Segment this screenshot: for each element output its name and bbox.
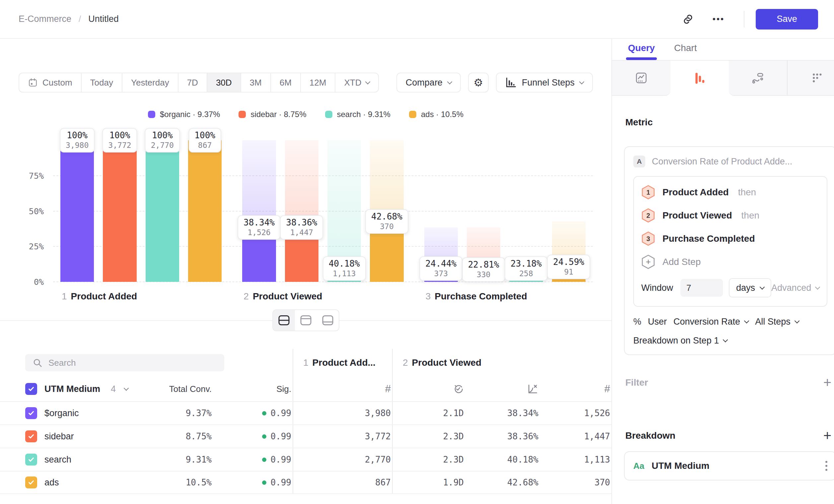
funnel-bar-search-step1[interactable]: 100%2,770 [146, 140, 179, 282]
range-3m[interactable]: 3M [241, 73, 271, 92]
window-unit-select[interactable]: days [729, 278, 771, 297]
range-yesterday[interactable]: Yesterday [123, 73, 178, 92]
range-6m[interactable]: 6M [271, 73, 301, 92]
table-step2-header[interactable]: 2 Product Viewed [392, 349, 611, 377]
string-property-icon: Aa [633, 461, 644, 471]
breadcrumb-space[interactable]: E-Commerce [19, 14, 71, 24]
metric-badge: A [633, 156, 645, 167]
metric-title-row[interactable]: A Conversion Rate of Product Adde... [633, 156, 827, 167]
bar-count: 1,447 [286, 228, 317, 237]
table-row-organic[interactable]: $organic9.37%0.993,9802.1D38.34%1,526 [0, 401, 611, 425]
chart-only-view-button[interactable] [295, 310, 317, 330]
avg-time-cell-value: 2.3D [443, 455, 464, 464]
funnel-bar-organic-step1[interactable]: 100%3,980 [60, 140, 94, 282]
range-12m[interactable]: 12M [301, 73, 336, 92]
add-step-button[interactable]: + Add Step [641, 254, 819, 270]
range-7d[interactable]: 7D [178, 73, 207, 92]
group-column-header[interactable]: UTM Medium [44, 384, 100, 394]
more-menu-button[interactable]: ••• [705, 8, 732, 30]
select-all-checkbox[interactable] [25, 383, 37, 395]
row-checkbox[interactable] [25, 477, 37, 488]
funnel-bar-search-step3[interactable]: 23.18%258 [509, 140, 543, 282]
table-search[interactable] [25, 354, 224, 371]
row-checkbox[interactable] [25, 430, 37, 442]
funnel-bar-search-step2[interactable]: 40.18%1,113 [327, 140, 361, 282]
tab-line-chart[interactable] [612, 61, 671, 96]
table-only-view-button[interactable] [317, 310, 339, 330]
range-today[interactable]: Today [82, 73, 123, 92]
save-button[interactable]: Save [756, 9, 818, 29]
chart-type-button[interactable]: Funnel Steps [496, 73, 593, 92]
step2-count-cell: 1,447 [540, 425, 611, 448]
table-row-ads[interactable]: ads10.5%0.998671.9D42.68%370 [0, 471, 611, 494]
compare-button[interactable]: Compare [396, 73, 461, 92]
range-xtd[interactable]: XTD [335, 73, 378, 92]
legend-item-sidebar[interactable]: sidebar · 8.75% [239, 110, 306, 119]
panel-tabs: Query Chart [612, 39, 834, 61]
step2-count-cell-value: 1,526 [584, 408, 610, 418]
chart-settings-button[interactable]: ⚙ [468, 73, 489, 92]
bar-conversion-pct: 100% [194, 130, 215, 140]
bar-count: 373 [425, 269, 457, 278]
query-step-2[interactable]: 2Product Viewedthen [641, 208, 819, 223]
query-step-1[interactable]: 1Product Addedthen [641, 185, 819, 200]
tab-chart[interactable]: Chart [674, 43, 697, 60]
step-number: 2 [646, 212, 650, 220]
step1-count-cell-value: 3,980 [365, 408, 391, 418]
search-input[interactable] [48, 358, 208, 368]
funnel-bar-sidebar-step3[interactable]: 22.81%330 [467, 140, 500, 282]
share-link-button[interactable] [674, 8, 702, 30]
chevron-down-icon [723, 337, 728, 343]
table-row-sidebar[interactable]: sidebar8.75%0.993,7722.3D38.36%1,447 [0, 425, 611, 448]
add-breakdown-button[interactable]: + [824, 429, 832, 443]
split-view-button[interactable] [273, 310, 295, 330]
measured-scope-select[interactable]: All Steps [755, 317, 799, 327]
row-checkbox[interactable] [25, 454, 37, 465]
bar-solid-segment [188, 140, 222, 282]
kebab-menu-icon[interactable] [826, 461, 827, 471]
query-step-3[interactable]: 3Purchase Completed [641, 231, 819, 246]
range-custom[interactable]: Custom [19, 73, 82, 92]
funnel-bar-sidebar-step2[interactable]: 38.36%1,447 [285, 140, 319, 282]
tab-funnel-chart[interactable] [671, 61, 729, 96]
add-filter-button[interactable]: + [824, 376, 832, 390]
avg-time-column-header[interactable] [392, 377, 465, 401]
chevron-down-icon[interactable] [124, 385, 129, 391]
funnel-bar-ads-step1[interactable]: 100%867 [188, 140, 222, 282]
window-value-input[interactable] [680, 279, 723, 297]
funnel-bar-organic-step3[interactable]: 24.44%373 [424, 140, 458, 282]
funnel-bar-ads-step3[interactable]: 24.59%91 [552, 140, 586, 282]
step2-count-cell-value: 1,447 [584, 431, 610, 441]
legend-item-search[interactable]: search · 9.31% [325, 110, 391, 119]
funnel-bar-ads-step2[interactable]: 42.68%370 [370, 140, 403, 282]
range-30d[interactable]: 30D [207, 73, 241, 92]
step2-count-column-header[interactable]: # [540, 377, 611, 401]
funnel-bar-sidebar-step1[interactable]: 100%3,772 [103, 140, 136, 282]
legend-item-organic[interactable]: $organic · 9.37% [148, 110, 220, 119]
measured-entity[interactable]: User [648, 317, 667, 327]
funnel-bar-organic-step2[interactable]: 38.34%1,526 [242, 140, 276, 282]
breakdown-on-select[interactable]: Breakdown on Step 1 [633, 336, 827, 346]
tab-query[interactable]: Query [628, 43, 655, 60]
total-conv-cell-value: 8.75% [186, 431, 212, 441]
tab-data-grid[interactable] [787, 61, 834, 96]
table-step1-header[interactable]: 1 Product Add... [292, 349, 392, 377]
table-only-view-icon [322, 315, 334, 326]
step-number: 1 [62, 291, 67, 301]
advanced-toggle[interactable]: Advanced [771, 283, 819, 293]
breadcrumb-title[interactable]: Untitled [88, 14, 119, 24]
tab-journey-chart[interactable] [729, 61, 787, 96]
legend-item-ads[interactable]: ads · 10.5% [409, 110, 463, 119]
breakdown-property-card[interactable]: Aa UTM Medium [624, 451, 834, 480]
measured-metric-select[interactable]: Conversion Rate [674, 317, 748, 327]
step-event-name: Product Added [662, 187, 729, 198]
row-checkbox[interactable] [25, 407, 37, 419]
step-conversion-cell: 38.36% [465, 425, 540, 448]
filter-section-header: Filter + [612, 376, 834, 390]
table-row-search[interactable]: search9.31%0.992,7702.3D40.18%1,113 [0, 448, 611, 471]
total-conv-column-header[interactable]: Total Conv. [142, 377, 213, 401]
step-conversion-cell-value: 38.34% [507, 408, 539, 418]
conversion-column-header[interactable] [465, 377, 540, 401]
step1-count-column-header[interactable]: # [292, 377, 392, 401]
sig-column-header[interactable]: Sig. [213, 377, 292, 401]
